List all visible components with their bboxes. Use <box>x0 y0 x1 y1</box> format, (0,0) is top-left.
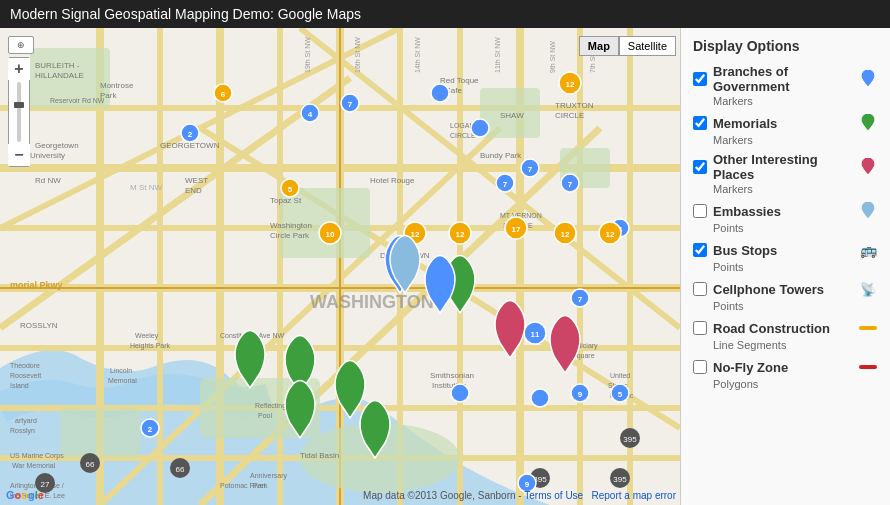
terms-of-use-link[interactable]: Terms of Use <box>524 490 583 501</box>
svg-text:Island: Island <box>10 382 29 389</box>
svg-text:Rosslyn: Rosslyn <box>10 427 35 435</box>
layer-checkbox-interesting[interactable] <box>693 160 707 174</box>
svg-text:Montrose: Montrose <box>100 81 134 90</box>
svg-text:Park: Park <box>100 91 117 100</box>
sidebar-heading: Display Options <box>693 38 878 54</box>
svg-text:Weeley: Weeley <box>135 332 159 340</box>
svg-text:WASHINGTON: WASHINGTON <box>310 292 434 312</box>
svg-text:Park: Park <box>253 482 268 489</box>
svg-text:7: 7 <box>568 180 573 189</box>
layer-type-nofly: Polygons <box>693 378 878 390</box>
svg-text:17: 17 <box>512 225 521 234</box>
layer-item-roadconstruction: Road Construction Line Segments <box>693 318 878 351</box>
layer-icon-roadconstruction <box>858 318 878 338</box>
zoom-in-button[interactable]: + <box>8 58 30 80</box>
svg-text:Theodore: Theodore <box>10 362 40 369</box>
google-logo: Google <box>6 489 44 501</box>
svg-text:US Marine Corps: US Marine Corps <box>10 452 64 460</box>
svg-text:Rd NW: Rd NW <box>35 176 61 185</box>
svg-text:Heights Park: Heights Park <box>130 342 171 350</box>
svg-text:Roosevelt: Roosevelt <box>10 372 41 379</box>
svg-text:2: 2 <box>148 425 153 434</box>
layer-name-roadconstruction: Road Construction <box>713 321 852 336</box>
layer-type-interesting: Markers <box>693 183 878 195</box>
title-bar: Modern Signal Geospatial Mapping Demo: G… <box>0 0 890 28</box>
svg-text:morial Pkwy: morial Pkwy <box>10 280 63 290</box>
layer-icon-cellphones: 📡 <box>858 279 878 299</box>
svg-text:Hotel Rouge: Hotel Rouge <box>370 176 415 185</box>
map-area[interactable]: WASHINGTON BURLEITH - HILLANDALE Reservo… <box>0 28 680 505</box>
svg-text:12: 12 <box>456 230 465 239</box>
layer-checkbox-cellphones[interactable] <box>693 282 707 296</box>
svg-text:University: University <box>30 151 65 160</box>
layer-name-embassies: Embassies <box>713 204 852 219</box>
svg-text:12: 12 <box>561 230 570 239</box>
svg-text:artyard: artyard <box>15 417 37 425</box>
layer-item-memorials: Memorials Markers <box>693 113 878 146</box>
zoom-out-button[interactable]: − <box>8 144 30 166</box>
svg-text:War Memorial: War Memorial <box>12 462 56 469</box>
layer-item-interesting: Other Interesting Places Markers <box>693 152 878 195</box>
layer-type-branches: Markers <box>693 95 878 107</box>
svg-text:WEST: WEST <box>185 176 208 185</box>
svg-point-114 <box>431 84 449 102</box>
svg-text:Smithsonian: Smithsonian <box>430 371 474 380</box>
svg-text:395: 395 <box>623 435 637 444</box>
svg-text:Anniversary: Anniversary <box>250 472 287 480</box>
svg-text:11th St NW: 11th St NW <box>494 37 501 73</box>
layer-name-busstops: Bus Stops <box>713 243 852 258</box>
layer-checkbox-busstops[interactable] <box>693 243 707 257</box>
zoom-slider[interactable] <box>17 82 21 142</box>
svg-text:7: 7 <box>503 180 508 189</box>
map-type-satellite-button[interactable]: Satellite <box>619 36 676 56</box>
svg-text:11: 11 <box>531 330 540 339</box>
svg-text:66: 66 <box>86 460 95 469</box>
svg-text:BURLEITH -: BURLEITH - <box>35 61 80 70</box>
layer-name-memorials: Memorials <box>713 116 852 131</box>
svg-point-133 <box>451 384 469 402</box>
layers-list: Branches of Government Markers Memorials… <box>693 64 878 390</box>
svg-text:12: 12 <box>411 230 420 239</box>
svg-text:6: 6 <box>221 90 226 99</box>
map-canvas: WASHINGTON BURLEITH - HILLANDALE Reservo… <box>0 28 680 505</box>
layer-icon-branches <box>858 69 878 89</box>
main-content: WASHINGTON BURLEITH - HILLANDALE Reservo… <box>0 28 890 505</box>
layer-checkbox-embassies[interactable] <box>693 204 707 218</box>
svg-text:Pool: Pool <box>258 412 272 419</box>
svg-text:19th St NW: 19th St NW <box>304 37 311 73</box>
layer-checkbox-roadconstruction[interactable] <box>693 321 707 335</box>
report-map-error-link[interactable]: Report a map error <box>592 490 676 501</box>
svg-text:Tidal Basin: Tidal Basin <box>300 451 339 460</box>
svg-text:ROSSLYN: ROSSLYN <box>20 321 58 330</box>
layer-item-branches: Branches of Government Markers <box>693 64 878 107</box>
sidebar: Display Options Branches of Government M… <box>680 28 890 505</box>
layer-name-branches: Branches of Government <box>713 64 852 94</box>
svg-text:Reflecting: Reflecting <box>255 402 286 410</box>
svg-text:9: 9 <box>578 390 583 399</box>
svg-point-115 <box>471 119 489 137</box>
svg-text:9: 9 <box>525 480 530 489</box>
svg-text:12: 12 <box>566 80 575 89</box>
map-attribution: Map data ©2013 Google, Sanborn - Terms o… <box>363 490 676 501</box>
map-type-map-button[interactable]: Map <box>579 36 619 56</box>
svg-text:Lincoln: Lincoln <box>110 367 132 374</box>
svg-text:9th St NW: 9th St NW <box>549 41 556 73</box>
svg-text:Red Toque: Red Toque <box>440 76 479 85</box>
svg-text:TRUXTON: TRUXTON <box>555 101 594 110</box>
layer-icon-nofly <box>858 357 878 377</box>
svg-text:Reservoir Rd NW: Reservoir Rd NW <box>50 97 105 104</box>
svg-text:5: 5 <box>618 390 623 399</box>
svg-text:66: 66 <box>176 465 185 474</box>
layer-item-embassies: Embassies Points <box>693 201 878 234</box>
layer-item-cellphones: Cellphone Towers 📡 Points <box>693 279 878 312</box>
svg-text:5: 5 <box>288 185 293 194</box>
layer-icon-busstops: 🚌 <box>858 240 878 260</box>
layer-checkbox-nofly[interactable] <box>693 360 707 374</box>
layer-name-cellphones: Cellphone Towers <box>713 282 852 297</box>
svg-text:395: 395 <box>613 475 627 484</box>
layer-type-embassies: Points <box>693 222 878 234</box>
layer-checkbox-memorials[interactable] <box>693 116 707 130</box>
layer-checkbox-branches[interactable] <box>693 72 707 86</box>
svg-text:Circle Park: Circle Park <box>270 231 310 240</box>
svg-text:4: 4 <box>308 110 313 119</box>
